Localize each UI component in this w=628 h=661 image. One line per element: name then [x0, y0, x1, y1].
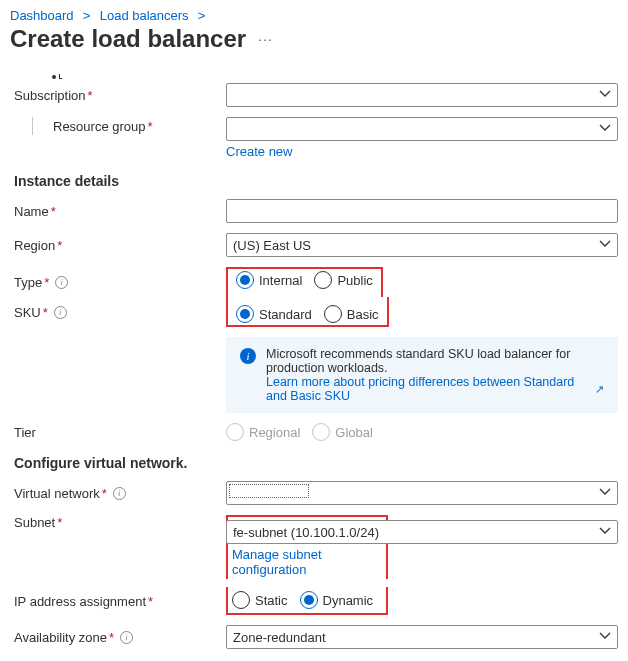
subscription-label: Subscription*	[14, 88, 226, 103]
radio-selected-icon	[236, 271, 254, 289]
breadcrumb-dashboard[interactable]: Dashboard	[10, 8, 74, 23]
breadcrumb-load-balancers[interactable]: Load balancers	[100, 8, 189, 23]
info-icon[interactable]: i	[113, 487, 126, 500]
svg-text:i: i	[246, 350, 249, 362]
highlight-box: Standard Basic	[226, 297, 389, 327]
radio-icon	[226, 423, 244, 441]
radio-selected-icon	[300, 591, 318, 609]
sku-info-box: i Microsoft recommends standard SKU load…	[226, 337, 618, 413]
ip-radio-dynamic[interactable]: Dynamic	[300, 591, 374, 609]
breadcrumb: Dashboard > Load balancers >	[10, 8, 618, 23]
type-label: Type* i	[14, 275, 226, 290]
region-label: Region*	[14, 238, 226, 253]
breadcrumb-sep: >	[79, 8, 94, 23]
name-label: Name*	[14, 204, 226, 219]
availability-zone-label: Availability zone* i	[14, 630, 226, 645]
resource-group-label: Resource group*	[32, 117, 226, 135]
radio-icon	[312, 423, 330, 441]
info-icon[interactable]: i	[54, 306, 67, 319]
create-new-link[interactable]: Create new	[226, 144, 292, 159]
info-icon[interactable]: i	[55, 276, 68, 289]
manage-subnet-link[interactable]: Manage subnet configuration	[232, 547, 382, 577]
sku-label: SKU* i	[14, 305, 226, 320]
highlight-box: Internal Public	[226, 267, 383, 297]
configure-vnet-heading: Configure virtual network.	[14, 455, 618, 471]
sku-radio-basic[interactable]: Basic	[324, 305, 379, 323]
info-icon[interactable]: i	[120, 631, 133, 644]
name-input[interactable]	[226, 199, 618, 223]
info-solid-icon: i	[240, 348, 256, 364]
chevron-down-icon	[599, 486, 611, 501]
radio-icon	[232, 591, 250, 609]
radio-icon	[324, 305, 342, 323]
chevron-down-icon	[599, 88, 611, 103]
chevron-down-icon	[599, 630, 611, 645]
tier-radio-global: Global	[312, 423, 373, 441]
type-radio-public[interactable]: Public	[314, 271, 372, 289]
chevron-down-icon	[599, 525, 611, 540]
info-text: Microsoft recommends standard SKU load b…	[266, 347, 604, 375]
virtual-network-select[interactable]	[226, 481, 618, 505]
breadcrumb-sep: >	[194, 8, 205, 23]
overflow-menu-icon[interactable]: ···	[258, 31, 273, 47]
type-radio-internal[interactable]: Internal	[236, 271, 302, 289]
info-link[interactable]: Learn more about pricing differences bet…	[266, 375, 604, 403]
subnet-select[interactable]: fe-subnet (10.100.1.0/24)	[226, 520, 618, 544]
availability-zone-select[interactable]: Zone-redundant	[226, 625, 618, 649]
chevron-down-icon	[599, 122, 611, 137]
ip-radio-static[interactable]: Static	[232, 591, 288, 609]
ip-assignment-label: IP address assignment*	[14, 594, 226, 609]
subnet-label: Subnet*	[14, 515, 226, 530]
instance-details-heading: Instance details	[14, 173, 618, 189]
page-title: Create load balancer	[10, 25, 246, 53]
chevron-down-icon	[599, 238, 611, 253]
region-select[interactable]: (US) East US	[226, 233, 618, 257]
tier-label: Tier	[14, 425, 226, 440]
partial-text	[52, 71, 618, 79]
sku-radio-standard[interactable]: Standard	[236, 305, 312, 323]
virtual-network-label: Virtual network* i	[14, 486, 226, 501]
subscription-select[interactable]	[226, 83, 618, 107]
radio-selected-icon	[236, 305, 254, 323]
external-link-icon: ↗	[595, 383, 604, 396]
resource-group-select[interactable]	[226, 117, 618, 141]
tier-radio-regional: Regional	[226, 423, 300, 441]
radio-icon	[314, 271, 332, 289]
